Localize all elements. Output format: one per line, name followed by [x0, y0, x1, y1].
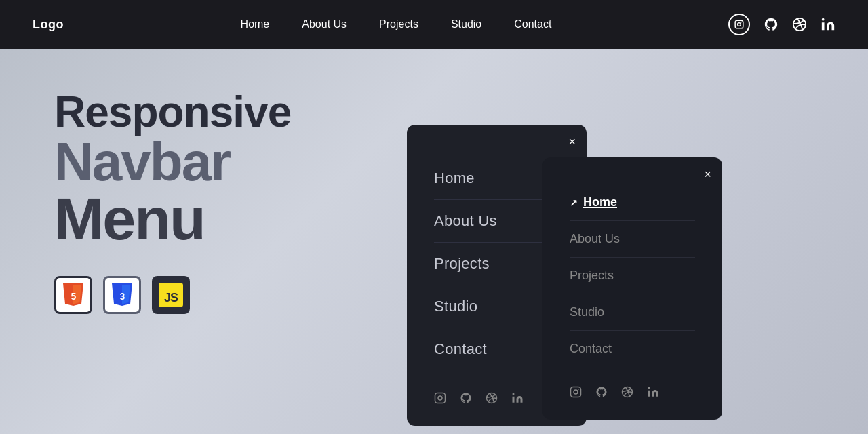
modal-1-linkedin-icon[interactable] — [511, 392, 524, 404]
modal-2-social-icons — [542, 367, 722, 398]
modal-1-nav-home[interactable]: Home — [434, 157, 559, 200]
navbar: Logo Home About Us Projects Studio Conta… — [0, 0, 868, 49]
hero-section: Responsive Navbar Menu 5 3 — [54, 90, 291, 314]
modal-2-github-icon[interactable] — [595, 386, 608, 398]
hero-title-line1: Responsive — [54, 90, 291, 135]
modal-1-github-icon[interactable] — [460, 392, 472, 404]
html5-icon: 5 — [54, 276, 92, 314]
modal-2-nav-about[interactable]: About Us — [570, 221, 695, 258]
svg-text:3: 3 — [120, 291, 125, 302]
modals-area: × Home About Us Projects Studio Contact — [407, 98, 868, 434]
navbar-link-contact[interactable]: Contact — [514, 18, 551, 31]
hero-title-line3: Menu — [54, 189, 291, 249]
svg-point-1 — [738, 23, 741, 26]
modal-2-close-button[interactable]: × — [704, 168, 711, 180]
modal-2: × ↗ Home About Us Projects Studio Contac… — [542, 157, 722, 420]
github-icon[interactable] — [764, 17, 778, 32]
dribbble-icon[interactable] — [792, 17, 807, 32]
svg-point-4 — [822, 18, 825, 21]
navbar-links: Home About Us Projects Studio Contact — [241, 18, 552, 31]
hero-title-line2: Navbar — [54, 135, 291, 189]
modal-1-close-button[interactable]: × — [568, 136, 576, 148]
svg-text:JS: JS — [164, 291, 178, 304]
svg-point-2 — [741, 22, 742, 22]
navbar-social-icons — [728, 14, 835, 35]
css3-icon: 3 — [103, 276, 141, 314]
svg-point-15 — [442, 395, 443, 396]
navbar-link-about[interactable]: About Us — [302, 18, 347, 31]
javascript-icon: JS — [152, 276, 190, 314]
modal-2-nav-items: ↗ Home About Us Projects Studio Contact — [542, 174, 722, 367]
svg-point-14 — [438, 396, 442, 400]
instagram-icon[interactable] — [728, 14, 750, 35]
tech-icons: 5 3 JS — [54, 276, 291, 314]
svg-point-17 — [513, 393, 515, 395]
modal-1-nav-projects[interactable]: Projects — [434, 243, 559, 285]
svg-point-22 — [648, 387, 650, 389]
svg-rect-13 — [435, 393, 446, 403]
modal-2-nav-projects[interactable]: Projects — [570, 258, 695, 294]
modal-1-dribbble-icon[interactable] — [486, 392, 498, 404]
modal-2-instagram-icon[interactable] — [570, 386, 582, 398]
svg-text:5: 5 — [71, 291, 77, 302]
svg-point-19 — [574, 390, 578, 394]
modal-1-nav-contact[interactable]: Contact — [434, 328, 559, 370]
modal-2-home-label: Home — [583, 195, 617, 210]
modal-2-linkedin-icon[interactable] — [647, 386, 659, 398]
svg-rect-18 — [571, 387, 581, 397]
navbar-link-home[interactable]: Home — [241, 18, 270, 31]
modal-1-instagram-icon[interactable] — [434, 392, 446, 404]
svg-point-20 — [578, 389, 579, 390]
navbar-link-projects[interactable]: Projects — [379, 18, 418, 31]
modal-2-dribbble-icon[interactable] — [621, 386, 633, 398]
navbar-logo: Logo — [33, 18, 64, 32]
main-content: Responsive Navbar Menu 5 3 — [0, 49, 868, 434]
linkedin-icon[interactable] — [821, 17, 835, 32]
active-arrow-icon: ↗ — [570, 197, 578, 208]
modal-1-nav-about[interactable]: About Us — [434, 200, 559, 243]
svg-rect-0 — [735, 20, 743, 28]
modal-2-nav-contact[interactable]: Contact — [570, 331, 695, 367]
modal-1-nav-studio[interactable]: Studio — [434, 285, 559, 328]
modal-2-nav-home[interactable]: ↗ Home — [570, 184, 695, 221]
modal-2-nav-studio[interactable]: Studio — [570, 294, 695, 331]
navbar-link-studio[interactable]: Studio — [451, 18, 481, 31]
